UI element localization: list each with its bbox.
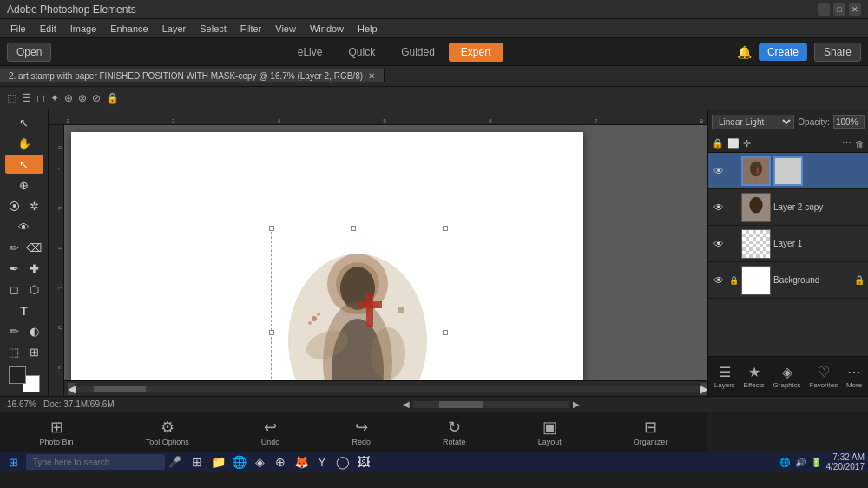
effects-panel-btn[interactable]: ★ Effects [740,362,768,391]
volume-icon[interactable]: 🔊 [795,458,806,467]
maximize-button[interactable]: □ [833,3,845,16]
close-button[interactable]: ✕ [849,3,861,16]
option1-icon[interactable]: ☰ [22,92,31,104]
taskbar-search[interactable] [26,454,165,470]
taskbar-dropbox-icon[interactable]: ◈ [251,455,268,469]
create-button[interactable]: Create [759,43,807,61]
eraser-tool[interactable]: ⌫ [25,238,43,257]
windows-start-button[interactable]: ⊞ [3,452,23,472]
cortana-icon[interactable]: 🎤 [168,456,181,468]
tool-options-button[interactable]: ⚙ Tool Options [139,416,196,448]
document-tab[interactable]: 2. art stamp with paper FINISHED POSITIO… [0,69,385,82]
scroll-track-h[interactable] [76,386,699,392]
minimize-button[interactable]: — [818,3,830,16]
menu-layer[interactable]: Layer [155,22,194,36]
undo-button[interactable]: ↩ Undo [254,416,287,448]
crop-tool[interactable]: ⬚ [5,342,23,361]
layer-visibility-bg[interactable]: 👁 [712,274,726,287]
taskbar-edge-icon[interactable]: 🌐 [230,455,247,469]
scroll-thumb-h[interactable] [94,386,146,392]
layout-button[interactable]: ▣ Layout [531,416,569,448]
layers-panel-btn[interactable]: ☰ Layers [711,362,739,391]
slice-tool[interactable]: ⊞ [25,342,43,361]
fill-tool[interactable]: ⬡ [25,280,43,299]
nav-right-icon[interactable]: ▶ [573,399,580,409]
clone-tool[interactable]: ✒ [5,259,23,278]
brush-tool[interactable]: ✏ [5,238,23,257]
foreground-color-chip[interactable] [9,366,26,384]
option4-icon[interactable]: ⊕ [64,92,73,104]
battery-icon[interactable]: 🔋 [811,458,821,467]
option2-icon[interactable]: ◻ [36,92,45,104]
hscroll-thumb[interactable] [439,401,483,408]
handle-tr[interactable] [443,226,448,231]
taskbar-file-explorer-icon[interactable]: 📁 [209,455,227,469]
menu-view[interactable]: View [268,22,303,36]
delete-layer-icon[interactable]: 🗑 [855,139,865,149]
favorites-panel-btn[interactable]: ♡ Favorites [806,362,841,391]
organizer-button[interactable]: ⊟ Organizer [627,416,675,448]
layer-item-active[interactable]: 👁 [708,153,868,189]
select-tool[interactable]: ↖ [5,155,43,174]
scroll-left-button[interactable]: ◀ [68,383,75,395]
scroll-right-button[interactable]: ▶ [700,383,707,395]
color-chips[interactable] [9,366,40,392]
move-tool[interactable]: ↖ [5,113,43,132]
layer-item-2[interactable]: 👁 Layer 2 copy [708,189,868,226]
more-options-icon[interactable]: ⋯ [842,138,852,149]
share-button[interactable]: Share [814,43,861,62]
hand-tool[interactable]: ✋ [5,134,43,153]
opacity-input[interactable] [833,115,865,129]
menu-enhance[interactable]: Enhance [103,22,155,36]
quick-select-tool[interactable]: ⦿ [5,196,23,215]
taskbar-yahoo-icon[interactable]: Y [313,455,331,469]
healing-tool[interactable]: ✚ [25,259,43,278]
layer-visibility-1[interactable]: 👁 [712,238,726,250]
tab-guided[interactable]: Guided [389,43,447,62]
tab-elive[interactable]: eLive [286,43,335,62]
menu-help[interactable]: Help [351,22,385,36]
taskbar-photos-icon[interactable]: 🖼 [355,455,372,469]
menu-edit[interactable]: Edit [33,22,63,36]
system-clock[interactable]: 7:32 AM 4/20/2017 [826,452,865,472]
menu-image[interactable]: Image [63,22,104,36]
blend-mode-select[interactable]: Linear Light [712,115,794,129]
handle-tm[interactable] [351,226,356,231]
menu-filter[interactable]: Filter [233,22,268,36]
shape-tool[interactable]: ◻ [5,280,23,299]
lock-pixels-icon[interactable]: ⬜ [727,138,740,149]
lock-all-icon[interactable]: 🔒 [712,138,724,149]
menu-window[interactable]: Window [303,22,351,36]
canvas-wrapper[interactable]: ✛ [64,125,707,380]
eye-tool[interactable]: 👁 [5,217,43,236]
more-panel-btn[interactable]: ⋯ More [843,362,865,391]
close-tab-button[interactable]: ✕ [368,71,375,81]
handle-ml[interactable] [269,330,274,335]
network-icon[interactable]: 🌐 [779,458,790,467]
photo-bin-button[interactable]: ⊞ Photo Bin [33,416,81,448]
graphics-panel-btn[interactable]: ◈ Graphics [770,362,805,391]
nav-left-icon[interactable]: ◀ [403,399,410,409]
open-button[interactable]: Open [7,43,51,62]
taskbar-windows-icon[interactable]: ⊞ [188,455,206,469]
layer-visibility-active[interactable]: 👁 [712,165,726,177]
option3-icon[interactable]: ✦ [50,92,59,104]
scrollbar-horizontal[interactable]: ◀ ▶ [64,380,707,396]
tab-expert[interactable]: Expert [449,43,503,62]
taskbar-firefox-icon[interactable]: 🦊 [293,455,310,469]
menu-file[interactable]: File [3,22,33,36]
layer-visibility-2[interactable]: 👁 [712,201,726,214]
lock-position-icon[interactable]: ✛ [743,138,751,149]
option6-icon[interactable]: ⊘ [92,92,101,104]
tab-quick[interactable]: Quick [336,43,387,62]
layer-item-1[interactable]: 👁 Layer 1 [708,226,868,262]
menu-select[interactable]: Select [193,22,233,36]
pencil-tool[interactable]: ✏ [5,321,23,340]
magic-wand-tool[interactable]: ✲ [25,196,43,215]
blur-tool[interactable]: ◐ [25,321,43,340]
redo-button[interactable]: ↪ Redo [345,416,378,448]
text-tool[interactable]: T [5,300,43,320]
rotate-button[interactable]: ↻ Rotate [436,416,473,448]
handle-mr[interactable] [443,330,448,335]
handle-tl[interactable] [269,226,274,231]
